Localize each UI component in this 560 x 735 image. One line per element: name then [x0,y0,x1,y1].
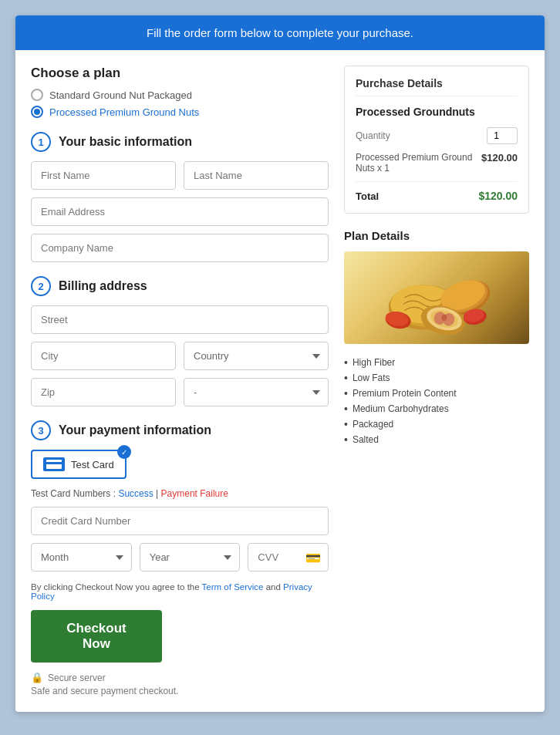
year-select[interactable]: Year [140,543,241,571]
company-input[interactable] [31,234,329,262]
purchase-details-box: Purchase Details Processed Groundnuts Qu… [344,66,529,214]
cc-row [31,507,329,535]
qty-label: Quantity [356,130,390,141]
city-input[interactable] [31,342,176,370]
main-content: Choose a plan Standard Ground Nut Packag… [15,50,545,712]
test-card-label: Test Card Numbers : [31,488,116,499]
state-select[interactable]: - [184,378,329,406]
peanut-svg [353,256,520,339]
lock-icon: 🔒 [31,672,43,683]
card-icon-stripe [46,462,62,464]
section3-header: 3 Your payment information [31,420,329,440]
banner-text: Fill the order form below to complete yo… [147,26,413,39]
email-input[interactable] [31,197,329,226]
terms-link[interactable]: Term of Service [202,582,264,592]
zip-input[interactable] [31,378,176,406]
section2-number: 2 [31,276,51,296]
secure-server-row: 🔒 Secure server [31,672,329,683]
street-input[interactable] [31,305,329,334]
plan-details-section: Plan Details [344,229,529,447]
country-select[interactable]: Country [184,342,329,370]
total-row: Total $120.00 [356,190,518,202]
feature-item: High Fiber [344,355,529,370]
section3-title: Your payment information [59,423,211,437]
radio-standard[interactable] [31,89,43,101]
street-row [31,305,329,334]
purchase-details-title: Purchase Details [356,77,518,96]
choose-plan-section: Choose a plan Standard Ground Nut Packag… [31,66,329,118]
zip-state-row: - [31,378,329,406]
company-row [31,234,329,262]
expiry-cvv-row: Month Year 💳 [31,543,329,571]
secure-desc-row: Safe and secure payment checkout. [31,686,329,696]
total-amount: $120.00 [478,190,518,202]
success-link[interactable]: Success [118,488,153,499]
email-row [31,197,329,226]
feature-item: Packaged [344,416,529,432]
card-option[interactable]: Test Card ✓ [31,450,127,479]
top-banner: Fill the order form below to complete yo… [15,15,545,50]
card-icon-inner [46,460,62,469]
section2-header: 2 Billing address [31,276,329,296]
radio-premium[interactable] [31,106,43,118]
section1-header: 1 Your basic information [31,132,329,152]
plan-premium-label: Processed Premium Ground Nuts [49,106,199,118]
secure-desc-label: Safe and secure payment checkout. [31,686,178,696]
month-select[interactable]: Month [31,543,132,571]
terms-prefix: By clicking Checkout Now you agree to th… [31,582,202,592]
checkout-button[interactable]: Checkout Now [31,610,162,663]
price-row: Processed Premium Ground Nuts x 1 $120.0… [356,152,518,182]
section2-title: Billing address [59,279,147,293]
cvv-card-icon: 💳 [305,550,321,565]
secure-info: 🔒 Secure server Safe and secure payment … [31,672,329,696]
feature-item: Low Fats [344,370,529,386]
plan-details-title: Plan Details [344,229,529,242]
cc-number-input[interactable] [31,507,329,535]
peanut-image [344,251,529,344]
terms-text: By clicking Checkout Now you agree to th… [31,582,329,601]
product-title: Processed Groundnuts [356,106,518,118]
failure-link[interactable]: Payment Failure [161,488,228,499]
card-icon [43,457,65,471]
last-name-input[interactable] [184,161,329,190]
plan-option-standard[interactable]: Standard Ground Nut Packaged [31,89,329,101]
city-country-row: Country [31,342,329,370]
qty-input[interactable] [487,127,518,144]
test-card-info: Test Card Numbers : Success | Payment Fa… [31,488,329,499]
plan-standard-label: Standard Ground Nut Packaged [49,89,192,101]
total-label: Total [356,190,379,202]
cvv-wrapper: 💳 [248,543,329,571]
first-name-input[interactable] [31,161,176,190]
feature-item: Premium Protein Content [344,386,529,401]
section1-title: Your basic information [59,135,192,149]
terms-and: and [264,582,284,592]
card-label: Test Card [71,459,114,470]
plan-option-premium[interactable]: Processed Premium Ground Nuts [31,106,329,118]
section1-number: 1 [31,132,51,152]
choose-plan-title: Choose a plan [31,66,329,81]
secure-server-label: Secure server [48,673,106,683]
section3-number: 3 [31,420,51,440]
price-amount: $120.00 [481,152,518,164]
feature-item: Salted [344,432,529,447]
checkout-container: Fill the order form below to complete yo… [15,15,545,712]
check-badge: ✓ [117,445,131,459]
name-row [31,161,329,190]
qty-row: Quantity [356,127,518,144]
left-column: Choose a plan Standard Ground Nut Packag… [31,66,329,696]
feature-item: Medium Carbohydrates [344,401,529,416]
separator: | [156,488,158,499]
price-desc: Processed Premium Ground Nuts x 1 [356,152,481,174]
right-column: Purchase Details Processed Groundnuts Qu… [344,66,529,696]
features-list: High FiberLow FatsPremium Protein Conten… [344,355,529,447]
